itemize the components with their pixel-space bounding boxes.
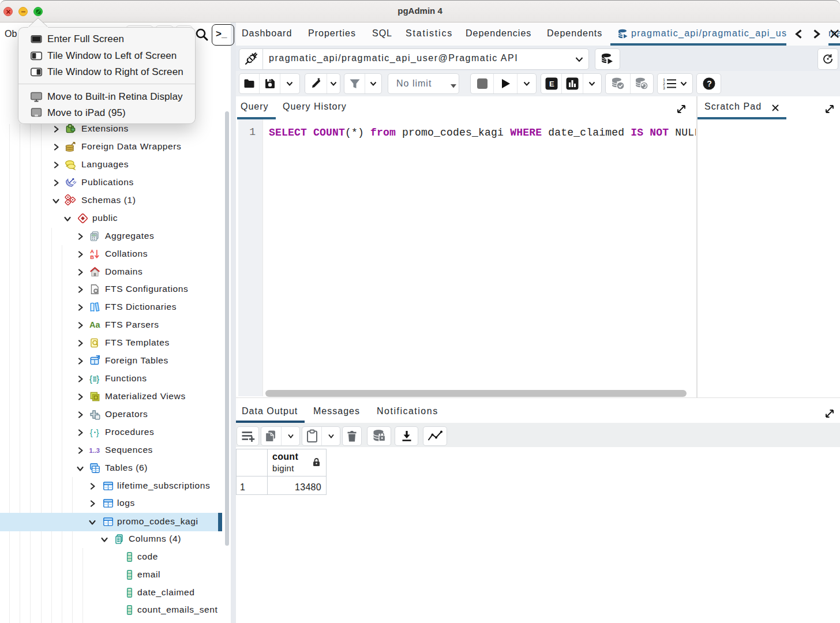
svg-text:}: } [96, 428, 99, 437]
svg-text:3: 3 [663, 87, 665, 91]
svg-text:1: 1 [663, 78, 665, 82]
svg-text:B: B [90, 254, 94, 260]
svg-text:E: E [549, 80, 554, 88]
svg-text:?: ? [707, 79, 712, 88]
svg-text:{: { [90, 428, 93, 437]
svg-text:1..3: 1..3 [89, 447, 100, 454]
svg-text:2: 2 [663, 82, 665, 87]
svg-text:{: { [89, 374, 92, 384]
svg-text:Aa: Aa [89, 320, 100, 329]
svg-text:}: } [96, 374, 99, 384]
